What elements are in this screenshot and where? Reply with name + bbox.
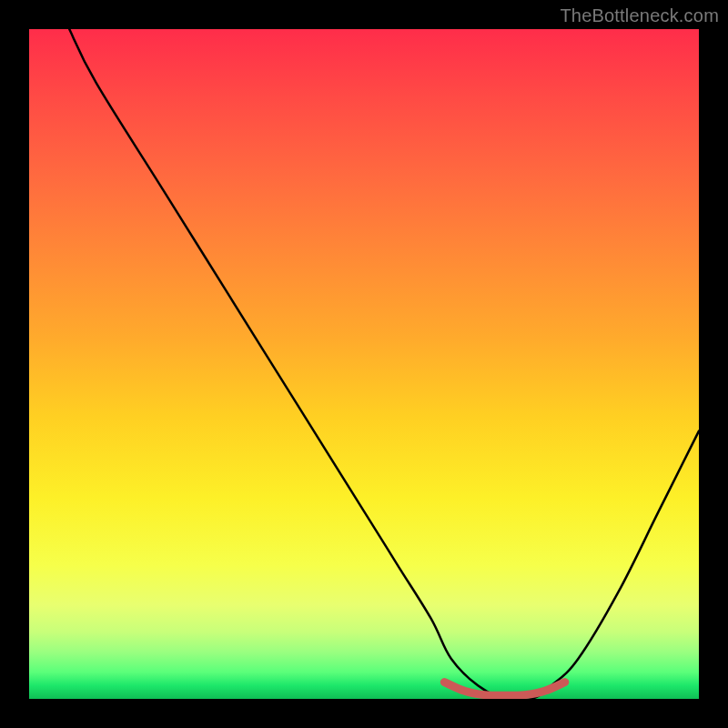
plot-area bbox=[29, 29, 699, 699]
curve-layer bbox=[29, 29, 699, 699]
bottleneck-curve bbox=[69, 29, 699, 699]
watermark-text: TheBottleneck.com bbox=[560, 5, 719, 26]
minimum-band bbox=[444, 682, 565, 696]
chart-frame: TheBottleneck.com bbox=[0, 0, 728, 728]
